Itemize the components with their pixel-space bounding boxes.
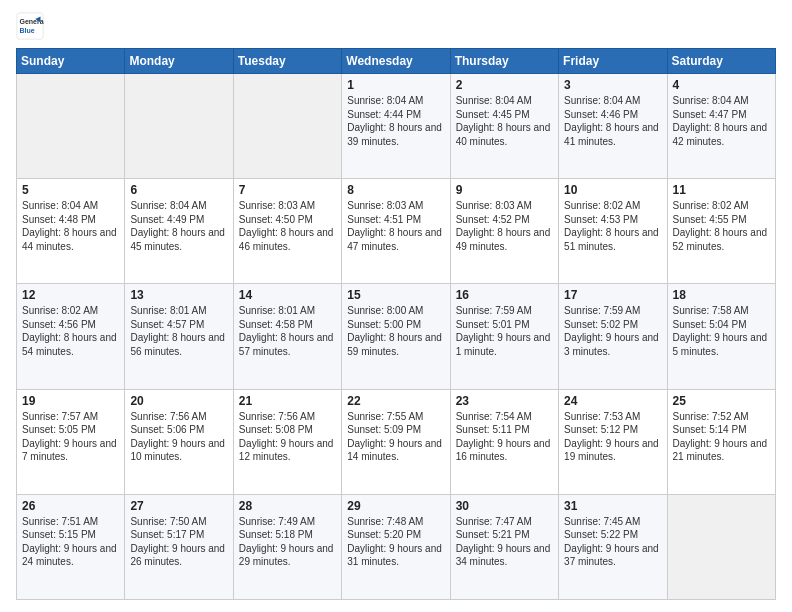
cell-day-number: 8 [347,183,444,197]
calendar-cell: 10Sunrise: 8:02 AM Sunset: 4:53 PM Dayli… [559,179,667,284]
calendar-cell: 4Sunrise: 8:04 AM Sunset: 4:47 PM Daylig… [667,74,775,179]
cell-day-number: 7 [239,183,336,197]
cell-info-text: Sunrise: 8:04 AM Sunset: 4:46 PM Dayligh… [564,94,661,148]
calendar-cell: 2Sunrise: 8:04 AM Sunset: 4:45 PM Daylig… [450,74,558,179]
cell-info-text: Sunrise: 7:52 AM Sunset: 5:14 PM Dayligh… [673,410,770,464]
week-row-1: 1Sunrise: 8:04 AM Sunset: 4:44 PM Daylig… [17,74,776,179]
cell-info-text: Sunrise: 8:02 AM Sunset: 4:56 PM Dayligh… [22,304,119,358]
calendar-cell: 29Sunrise: 7:48 AM Sunset: 5:20 PM Dayli… [342,494,450,599]
week-row-3: 12Sunrise: 8:02 AM Sunset: 4:56 PM Dayli… [17,284,776,389]
week-row-2: 5Sunrise: 8:04 AM Sunset: 4:48 PM Daylig… [17,179,776,284]
calendar-cell: 1Sunrise: 8:04 AM Sunset: 4:44 PM Daylig… [342,74,450,179]
cell-day-number: 15 [347,288,444,302]
calendar-cell [233,74,341,179]
calendar-cell: 19Sunrise: 7:57 AM Sunset: 5:05 PM Dayli… [17,389,125,494]
cell-day-number: 17 [564,288,661,302]
calendar-cell: 31Sunrise: 7:45 AM Sunset: 5:22 PM Dayli… [559,494,667,599]
weekday-header-friday: Friday [559,49,667,74]
cell-info-text: Sunrise: 8:03 AM Sunset: 4:50 PM Dayligh… [239,199,336,253]
calendar-cell: 6Sunrise: 8:04 AM Sunset: 4:49 PM Daylig… [125,179,233,284]
calendar-cell: 8Sunrise: 8:03 AM Sunset: 4:51 PM Daylig… [342,179,450,284]
weekday-header-sunday: Sunday [17,49,125,74]
cell-info-text: Sunrise: 8:00 AM Sunset: 5:00 PM Dayligh… [347,304,444,358]
cell-info-text: Sunrise: 7:58 AM Sunset: 5:04 PM Dayligh… [673,304,770,358]
header: General Blue [16,12,776,40]
cell-day-number: 11 [673,183,770,197]
calendar-body: 1Sunrise: 8:04 AM Sunset: 4:44 PM Daylig… [17,74,776,600]
calendar-cell: 14Sunrise: 8:01 AM Sunset: 4:58 PM Dayli… [233,284,341,389]
cell-info-text: Sunrise: 8:03 AM Sunset: 4:52 PM Dayligh… [456,199,553,253]
calendar-cell: 11Sunrise: 8:02 AM Sunset: 4:55 PM Dayli… [667,179,775,284]
cell-info-text: Sunrise: 7:57 AM Sunset: 5:05 PM Dayligh… [22,410,119,464]
cell-info-text: Sunrise: 7:55 AM Sunset: 5:09 PM Dayligh… [347,410,444,464]
cell-info-text: Sunrise: 8:04 AM Sunset: 4:47 PM Dayligh… [673,94,770,148]
cell-info-text: Sunrise: 7:51 AM Sunset: 5:15 PM Dayligh… [22,515,119,569]
cell-day-number: 3 [564,78,661,92]
cell-info-text: Sunrise: 8:01 AM Sunset: 4:57 PM Dayligh… [130,304,227,358]
weekday-header-wednesday: Wednesday [342,49,450,74]
week-row-5: 26Sunrise: 7:51 AM Sunset: 5:15 PM Dayli… [17,494,776,599]
cell-day-number: 22 [347,394,444,408]
cell-info-text: Sunrise: 7:50 AM Sunset: 5:17 PM Dayligh… [130,515,227,569]
cell-day-number: 14 [239,288,336,302]
logo: General Blue [16,12,48,40]
cell-day-number: 28 [239,499,336,513]
week-row-4: 19Sunrise: 7:57 AM Sunset: 5:05 PM Dayli… [17,389,776,494]
cell-info-text: Sunrise: 7:56 AM Sunset: 5:06 PM Dayligh… [130,410,227,464]
calendar-cell: 17Sunrise: 7:59 AM Sunset: 5:02 PM Dayli… [559,284,667,389]
cell-info-text: Sunrise: 7:47 AM Sunset: 5:21 PM Dayligh… [456,515,553,569]
svg-rect-0 [17,13,43,39]
cell-info-text: Sunrise: 7:49 AM Sunset: 5:18 PM Dayligh… [239,515,336,569]
cell-info-text: Sunrise: 7:59 AM Sunset: 5:02 PM Dayligh… [564,304,661,358]
calendar-cell [667,494,775,599]
calendar-cell: 23Sunrise: 7:54 AM Sunset: 5:11 PM Dayli… [450,389,558,494]
cell-info-text: Sunrise: 7:56 AM Sunset: 5:08 PM Dayligh… [239,410,336,464]
calendar-cell: 5Sunrise: 8:04 AM Sunset: 4:48 PM Daylig… [17,179,125,284]
cell-info-text: Sunrise: 7:53 AM Sunset: 5:12 PM Dayligh… [564,410,661,464]
calendar-cell: 15Sunrise: 8:00 AM Sunset: 5:00 PM Dayli… [342,284,450,389]
calendar-cell: 7Sunrise: 8:03 AM Sunset: 4:50 PM Daylig… [233,179,341,284]
cell-info-text: Sunrise: 8:04 AM Sunset: 4:45 PM Dayligh… [456,94,553,148]
cell-info-text: Sunrise: 7:45 AM Sunset: 5:22 PM Dayligh… [564,515,661,569]
cell-day-number: 13 [130,288,227,302]
calendar-cell: 22Sunrise: 7:55 AM Sunset: 5:09 PM Dayli… [342,389,450,494]
calendar-cell: 25Sunrise: 7:52 AM Sunset: 5:14 PM Dayli… [667,389,775,494]
cell-day-number: 24 [564,394,661,408]
weekday-header-thursday: Thursday [450,49,558,74]
calendar-cell: 27Sunrise: 7:50 AM Sunset: 5:17 PM Dayli… [125,494,233,599]
cell-day-number: 6 [130,183,227,197]
cell-day-number: 25 [673,394,770,408]
cell-day-number: 4 [673,78,770,92]
cell-day-number: 1 [347,78,444,92]
cell-day-number: 30 [456,499,553,513]
calendar-cell: 20Sunrise: 7:56 AM Sunset: 5:06 PM Dayli… [125,389,233,494]
calendar-cell: 21Sunrise: 7:56 AM Sunset: 5:08 PM Dayli… [233,389,341,494]
cell-day-number: 9 [456,183,553,197]
cell-info-text: Sunrise: 7:54 AM Sunset: 5:11 PM Dayligh… [456,410,553,464]
calendar-cell: 26Sunrise: 7:51 AM Sunset: 5:15 PM Dayli… [17,494,125,599]
cell-day-number: 21 [239,394,336,408]
cell-day-number: 19 [22,394,119,408]
calendar-cell: 24Sunrise: 7:53 AM Sunset: 5:12 PM Dayli… [559,389,667,494]
cell-day-number: 29 [347,499,444,513]
cell-info-text: Sunrise: 8:04 AM Sunset: 4:44 PM Dayligh… [347,94,444,148]
calendar-cell: 3Sunrise: 8:04 AM Sunset: 4:46 PM Daylig… [559,74,667,179]
calendar-cell: 9Sunrise: 8:03 AM Sunset: 4:52 PM Daylig… [450,179,558,284]
calendar-cell: 16Sunrise: 7:59 AM Sunset: 5:01 PM Dayli… [450,284,558,389]
calendar-cell: 28Sunrise: 7:49 AM Sunset: 5:18 PM Dayli… [233,494,341,599]
cell-info-text: Sunrise: 8:02 AM Sunset: 4:55 PM Dayligh… [673,199,770,253]
cell-day-number: 10 [564,183,661,197]
weekday-header-saturday: Saturday [667,49,775,74]
weekday-header-row: SundayMondayTuesdayWednesdayThursdayFrid… [17,49,776,74]
page: General Blue SundayMondayTuesdayWednesda… [0,0,792,612]
cell-day-number: 20 [130,394,227,408]
cell-day-number: 27 [130,499,227,513]
calendar-cell: 12Sunrise: 8:02 AM Sunset: 4:56 PM Dayli… [17,284,125,389]
logo-icon: General Blue [16,12,44,40]
calendar-cell [17,74,125,179]
cell-day-number: 18 [673,288,770,302]
svg-text:Blue: Blue [20,27,35,34]
calendar-header: SundayMondayTuesdayWednesdayThursdayFrid… [17,49,776,74]
calendar-cell: 30Sunrise: 7:47 AM Sunset: 5:21 PM Dayli… [450,494,558,599]
cell-info-text: Sunrise: 7:59 AM Sunset: 5:01 PM Dayligh… [456,304,553,358]
